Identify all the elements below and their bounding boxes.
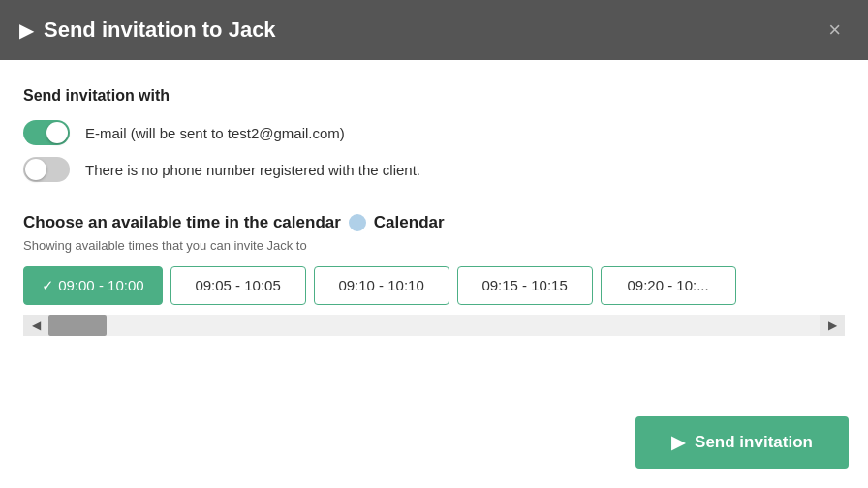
scrollbar-thumb[interactable] <box>48 315 107 336</box>
scrollbar-track[interactable] <box>48 315 820 336</box>
send-btn-label: Send invitation <box>695 433 813 452</box>
send-invitation-modal: ▶ Send invitation to Jack × Send invitat… <box>0 0 868 488</box>
modal-title: Send invitation to Jack <box>44 17 276 43</box>
calendar-subtitle: Showing available times that you can inv… <box>23 238 845 253</box>
modal-body: Send invitation with E-mail (will be sen… <box>0 60 868 405</box>
calendar-heading: Choose an available time in the calendar… <box>23 213 845 232</box>
phone-toggle[interactable] <box>23 157 70 182</box>
send-invitation-button[interactable]: ▶ Send invitation <box>636 416 849 469</box>
time-slots-wrapper: 09:00 - 10:00 09:05 - 10:05 09:10 - 10:1… <box>23 266 845 305</box>
header-left: ▶ Send invitation to Jack <box>19 17 276 43</box>
email-toggle-label: E-mail (will be sent to test2@gmail.com) <box>85 125 345 141</box>
send-icon: ▶ <box>19 18 34 42</box>
modal-footer: ▶ Send invitation <box>0 405 868 488</box>
calendar-dot-icon <box>349 214 366 231</box>
close-button[interactable]: × <box>821 15 849 45</box>
time-slot-3[interactable]: 09:15 - 10:15 <box>457 266 593 305</box>
email-toggle[interactable] <box>23 120 70 145</box>
modal-header: ▶ Send invitation to Jack × <box>0 0 868 60</box>
calendar-section: Choose an available time in the calendar… <box>23 213 845 336</box>
phone-toggle-thumb <box>25 159 46 180</box>
send-with-label: Send invitation with <box>23 87 845 105</box>
time-slots-container: 09:00 - 10:00 09:05 - 10:05 09:10 - 10:1… <box>23 266 845 305</box>
send-btn-icon: ▶ <box>671 432 685 453</box>
email-toggle-row: E-mail (will be sent to test2@gmail.com) <box>23 120 845 145</box>
phone-toggle-row: There is no phone number registered with… <box>23 157 845 182</box>
scroll-right-button[interactable]: ▶ <box>820 315 845 336</box>
phone-toggle-label: There is no phone number registered with… <box>85 162 420 178</box>
time-slot-0[interactable]: 09:00 - 10:00 <box>23 266 163 305</box>
calendar-name: Calendar <box>374 213 445 232</box>
scroll-left-button[interactable]: ◀ <box>23 315 48 336</box>
scrollbar-row: ◀ ▶ <box>23 315 845 336</box>
calendar-heading-text: Choose an available time in the calendar <box>23 213 341 232</box>
email-toggle-thumb <box>46 122 68 143</box>
time-slot-4[interactable]: 09:20 - 10:... <box>601 266 736 305</box>
time-slot-1[interactable]: 09:05 - 10:05 <box>170 266 306 305</box>
time-slot-2[interactable]: 09:10 - 10:10 <box>314 266 450 305</box>
